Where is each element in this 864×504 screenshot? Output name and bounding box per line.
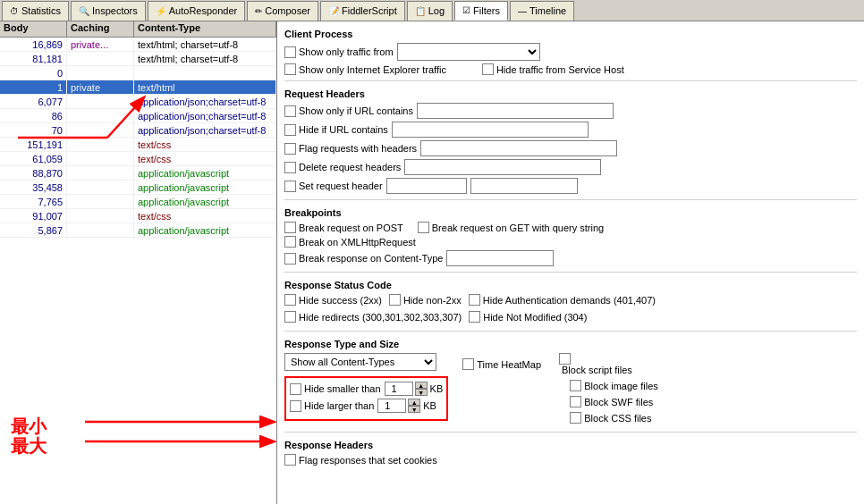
tab-filters[interactable]: ☑ Filters [454, 1, 508, 21]
table-row[interactable]: 86application/json;charset=utf-8 [0, 109, 276, 123]
hide-smaller-row: Hide smaller than ▲ ▼ KB [290, 382, 443, 396]
flag-requests-input[interactable] [420, 140, 617, 156]
autoresponder-icon: ⚡ [156, 6, 166, 16]
cell-caching [67, 66, 134, 80]
block-swf-cb[interactable] [570, 396, 581, 407]
content-types-dropdown-row: Show all Content-Types [284, 353, 448, 371]
break-post-cb[interactable] [284, 222, 296, 233]
set-request-header-label: Set request header [299, 181, 383, 191]
break-content-type-cb[interactable] [284, 253, 296, 265]
table-row[interactable]: 151,191text/css [0, 138, 276, 152]
cell-caching [67, 181, 134, 194]
break-post-row: Break request on POST [284, 222, 403, 233]
break-content-type-input[interactable] [446, 250, 554, 266]
show-only-url-input[interactable] [417, 103, 614, 119]
hide-larger-spinners: ▲ ▼ [408, 399, 420, 413]
time-heat-map-cb[interactable] [462, 358, 474, 370]
cell-caching [67, 123, 134, 137]
hide-smaller-unit: KB [430, 383, 444, 394]
show-only-url-cb[interactable] [284, 105, 296, 117]
hide-larger-spin-up[interactable]: ▲ [408, 399, 420, 406]
tab-inspectors[interactable]: 🔍 Inspectors [71, 1, 146, 21]
hide-redirects-cb[interactable] [284, 311, 296, 323]
table-row[interactable]: 35,458application/javascript [0, 181, 276, 195]
tab-timeline[interactable]: — Timeline [510, 1, 574, 21]
hide-not-modified-cb[interactable] [469, 311, 480, 323]
cell-caching [67, 109, 134, 122]
hide-larger-spin-down[interactable]: ▼ [408, 406, 420, 413]
hide-auth-cb[interactable] [469, 294, 480, 306]
break-xmlhttp-row: Break on XMLHttpRequest [284, 236, 857, 248]
delete-request-headers-input[interactable] [404, 159, 601, 175]
hide-larger-cb[interactable] [290, 400, 301, 412]
filters-panel[interactable]: Client Process Show only traffic from Sh… [277, 21, 864, 504]
show-only-url-label: Show only if URL contains [299, 105, 413, 116]
table-row[interactable]: 88,870application/javascript [0, 166, 276, 181]
content-types-dropdown[interactable]: Show all Content-Types [284, 353, 436, 371]
rts-right: Time HeatMap Block script files Block im… [462, 353, 658, 426]
hide-larger-row: Hide larger than ▲ ▼ KB [290, 399, 443, 413]
block-image-row: Block image files [462, 380, 658, 391]
tab-statistics[interactable]: ⏱ Statistics [2, 1, 69, 21]
main-container: ⏱ Statistics 🔍 Inspectors ⚡ AutoResponde… [0, 0, 864, 504]
cell-caching [67, 152, 134, 165]
table-row[interactable]: 7,765application/javascript [0, 195, 276, 209]
sessions-list[interactable]: 16,869private...text/html; charset=utf-8… [0, 38, 276, 504]
hide-larger-input[interactable] [377, 399, 406, 413]
break-get-cb[interactable] [418, 222, 429, 233]
table-row[interactable]: 0 [0, 66, 276, 80]
set-request-header-cb[interactable] [284, 181, 296, 192]
hide-url-cb[interactable] [284, 124, 296, 136]
table-row[interactable]: 61,059text/css [0, 152, 276, 166]
hide-smaller-spinners: ▲ ▼ [415, 382, 428, 396]
col-header-contenttype: Content-Type [134, 21, 276, 37]
tab-composer[interactable]: ✏ Composer [247, 1, 318, 21]
table-row[interactable]: 16,869private...text/html; charset=utf-8 [0, 38, 276, 52]
cell-body: 1 [0, 80, 67, 94]
flag-requests-cb[interactable] [284, 143, 296, 155]
flag-cookies-cb[interactable] [284, 454, 296, 466]
block-css-cb[interactable] [570, 412, 581, 424]
cell-body: 86 [0, 109, 67, 122]
cell-body: 35,458 [0, 181, 67, 194]
block-image-cb[interactable] [570, 380, 581, 391]
cell-content-type: application/javascript [134, 223, 276, 237]
filters-icon: ☑ [462, 5, 470, 15]
delete-request-headers-cb[interactable] [284, 162, 296, 173]
table-row[interactable]: 91,007text/css [0, 209, 276, 223]
cell-content-type: application/javascript [134, 166, 276, 180]
hide-smaller-cb[interactable] [290, 383, 301, 395]
show-only-ie-cb[interactable] [284, 63, 296, 75]
set-request-header-key-input[interactable] [386, 178, 467, 194]
hide-url-row: Hide if URL contains [284, 122, 857, 138]
tab-autoresponder[interactable]: ⚡ AutoResponder [148, 1, 245, 21]
block-script-cb[interactable] [559, 353, 571, 365]
response-status-title: Response Status Code [284, 280, 857, 290]
table-row[interactable]: 6,077application/json;charset=utf-8 [0, 95, 276, 109]
hide-non2xx-cb[interactable] [389, 294, 401, 306]
hide-service-host-label: Hide traffic from Service Host [496, 64, 624, 75]
set-request-header-value-input[interactable] [470, 178, 578, 194]
tab-log[interactable]: 📋 Log [407, 1, 453, 21]
cell-body: 91,007 [0, 209, 67, 223]
traffic-from-dropdown[interactable] [397, 43, 540, 61]
hide-url-input[interactable] [392, 122, 589, 138]
tab-fiddlerscript[interactable]: 📝 FiddlerScript [320, 1, 405, 21]
table-row[interactable]: 70application/json;charset=utf-8 [0, 123, 276, 138]
divider-3 [284, 272, 857, 273]
hide-smaller-input[interactable] [385, 382, 413, 396]
cell-body: 7,765 [0, 195, 67, 208]
hide-smaller-spin-up[interactable]: ▲ [415, 382, 428, 389]
table-row[interactable]: 1privatetext/html [0, 80, 276, 95]
table-row[interactable]: 5,867application/javascript [0, 223, 276, 238]
table-row[interactable]: 81,181text/html; charset=utf-8 [0, 52, 276, 66]
cell-body: 16,869 [0, 38, 67, 51]
hide-success-row: Hide success (2xx) [284, 294, 382, 306]
hide-non2xx-row: Hide non-2xx [389, 294, 462, 306]
delete-request-headers-row: Delete request headers [284, 159, 857, 175]
show-only-traffic-cb[interactable] [284, 46, 296, 58]
hide-smaller-spin-down[interactable]: ▼ [415, 389, 428, 396]
hide-service-host-cb[interactable] [482, 63, 494, 75]
break-xmlhttp-cb[interactable] [284, 236, 296, 248]
hide-success-cb[interactable] [284, 294, 296, 306]
